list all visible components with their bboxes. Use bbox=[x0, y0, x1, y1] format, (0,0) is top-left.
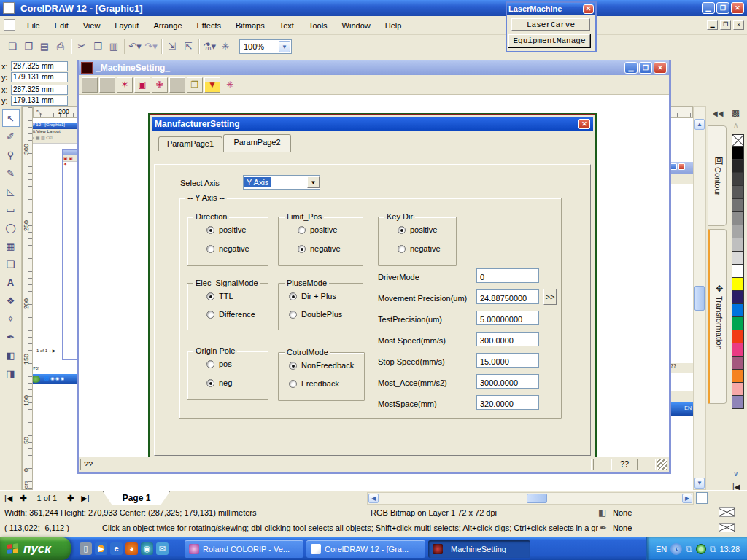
machine-tool-blank-3[interactable] bbox=[169, 77, 185, 93]
freehand-tool-icon[interactable]: ✎ bbox=[2, 164, 20, 182]
new-icon[interactable]: ❏ bbox=[4, 39, 20, 55]
testprecision-field[interactable] bbox=[476, 311, 539, 325]
quicklaunch-eye-icon[interactable]: ◉ bbox=[141, 542, 153, 555]
scroll-up-icon[interactable]: ▲ bbox=[694, 119, 705, 130]
menu-window[interactable]: Window bbox=[336, 19, 377, 32]
most-speed-field[interactable] bbox=[476, 332, 539, 346]
language-indicator[interactable]: EN bbox=[656, 545, 667, 553]
last-page-icon[interactable]: ▶| bbox=[81, 494, 89, 503]
palette-color[interactable] bbox=[732, 160, 744, 173]
docker-tab-contour[interactable]: 回 Contour bbox=[708, 125, 727, 226]
palette-color[interactable] bbox=[732, 186, 744, 199]
quicklaunch-mediaplayer-icon[interactable]: ▶ bbox=[95, 542, 107, 555]
network-icon[interactable]: ⧉ bbox=[686, 544, 692, 554]
task-roland[interactable]: Roland COLORIP - Ve... bbox=[185, 540, 303, 558]
radio-direction-negative[interactable]: negative bbox=[206, 244, 249, 253]
docker-tab-transformation[interactable]: ✥ Transformation bbox=[708, 229, 727, 404]
resize-grip[interactable] bbox=[657, 459, 667, 470]
palette-no-color[interactable] bbox=[732, 134, 744, 147]
add-page-after-icon[interactable]: ✚ bbox=[67, 494, 74, 503]
shape-tool-icon[interactable]: ✐ bbox=[2, 128, 20, 145]
network-icon-2[interactable]: ⧉ bbox=[710, 544, 716, 554]
scroll-right-icon[interactable]: ▶ bbox=[682, 494, 692, 503]
menu-view[interactable]: View bbox=[77, 19, 107, 32]
radio-doubleplus[interactable]: DoublePlus bbox=[289, 310, 342, 319]
palette-color[interactable] bbox=[732, 147, 744, 160]
palette-color[interactable] bbox=[732, 343, 744, 357]
close-button[interactable]: ✕ bbox=[731, 2, 744, 14]
select-axis-combobox[interactable]: Y Axis ▼ bbox=[243, 175, 320, 190]
vertical-scrollbar[interactable]: ▲ ▼ bbox=[693, 106, 706, 490]
radio-keydir-negative[interactable]: negative bbox=[398, 244, 441, 253]
most-acce-field[interactable] bbox=[476, 374, 539, 389]
copy-icon[interactable]: ❒ bbox=[90, 39, 106, 55]
quicklaunch-device-icon[interactable]: ▯ bbox=[80, 542, 92, 555]
interactive-blend-tool-icon[interactable]: ❖ bbox=[2, 292, 20, 309]
menu-layout[interactable]: Layout bbox=[108, 19, 145, 32]
horizontal-scrollbar[interactable]: ◀ ▶ bbox=[367, 492, 694, 505]
cut-icon[interactable]: ✂ bbox=[74, 39, 90, 55]
undo-icon[interactable]: ↶▾ bbox=[127, 39, 143, 55]
palette-color[interactable] bbox=[732, 330, 744, 343]
radio-neg[interactable]: neg bbox=[206, 378, 232, 387]
ellipse-tool-icon[interactable]: ◯ bbox=[2, 219, 20, 236]
palette-color[interactable] bbox=[732, 370, 744, 383]
menu-arrange[interactable]: Arrange bbox=[147, 19, 188, 32]
quicklaunch-ie-icon[interactable]: e bbox=[110, 542, 123, 555]
select-axis-dropdown-icon[interactable]: ▼ bbox=[307, 176, 320, 188]
radio-nonfreedback[interactable]: NonFreedback bbox=[289, 361, 354, 370]
palette-color[interactable] bbox=[732, 383, 744, 396]
radio-ttl[interactable]: TTL bbox=[206, 292, 233, 300]
horizontal-scroll-thumb[interactable] bbox=[527, 494, 547, 503]
redo-icon[interactable]: ↷▾ bbox=[143, 39, 159, 55]
tab-parampage2[interactable]: ParamPage2 bbox=[223, 134, 291, 152]
task-machinesetting[interactable]: _MachineSetting_ bbox=[428, 540, 530, 558]
radio-limitpos-negative[interactable]: negative bbox=[298, 244, 341, 253]
pick-tool-icon[interactable]: ↖ bbox=[2, 109, 20, 127]
palette-options-icon[interactable]: ▩ bbox=[732, 108, 740, 118]
eyedropper-tool-icon[interactable]: ✧ bbox=[2, 310, 20, 327]
menu-help[interactable]: Help bbox=[379, 19, 409, 32]
quicklaunch-firefox-icon[interactable]: ◕ bbox=[125, 542, 138, 555]
lasercarve-button[interactable]: LaserCarve bbox=[511, 18, 590, 31]
first-page-icon[interactable]: |◀ bbox=[4, 494, 12, 503]
scroll-left-icon[interactable]: ◀ bbox=[368, 494, 379, 503]
radio-limitpos-positive[interactable]: positive bbox=[298, 225, 337, 234]
antivirus-tray-icon[interactable] bbox=[696, 544, 706, 554]
tab-parampage1[interactable]: ParamPage1 bbox=[158, 136, 222, 151]
machine-tool-blank-1[interactable] bbox=[82, 77, 98, 93]
vertical-scroll-thumb[interactable] bbox=[694, 286, 705, 311]
palette-up-icon[interactable]: ∧ bbox=[733, 121, 738, 129]
rectangle-tool-icon[interactable]: ▭ bbox=[2, 201, 20, 218]
add-page-before-icon[interactable]: ✚ bbox=[20, 494, 26, 503]
palette-color[interactable] bbox=[732, 304, 744, 317]
task-coreldraw[interactable]: CorelDRAW 12 - [Gra... bbox=[306, 540, 425, 558]
radio-freedback[interactable]: Freedback bbox=[289, 379, 339, 388]
more-button[interactable]: >> bbox=[543, 289, 557, 305]
machine-tool-blank-2[interactable] bbox=[99, 77, 115, 93]
dialog-close-icon[interactable]: ✕ bbox=[578, 119, 590, 129]
zoom-level-combobox[interactable]: 100% ▼ bbox=[239, 39, 292, 54]
machine-open-icon[interactable]: ❐ bbox=[187, 77, 203, 93]
machine-monitor-icon[interactable]: ▣ bbox=[134, 77, 150, 93]
machine-minimize-button[interactable]: ▁ bbox=[624, 62, 638, 74]
machine-spool-icon[interactable]: ✶ bbox=[117, 77, 133, 93]
palette-color[interactable] bbox=[732, 265, 744, 278]
drivermode-field[interactable] bbox=[476, 268, 539, 283]
text-tool-icon[interactable]: A bbox=[2, 273, 20, 291]
save-icon[interactable]: ▤ bbox=[36, 39, 53, 55]
palette-color[interactable] bbox=[732, 317, 744, 330]
mdi-restore-button[interactable]: ❐ bbox=[720, 20, 731, 30]
outline-tool-icon[interactable]: ✒ bbox=[2, 328, 20, 346]
minimize-button[interactable]: ▁ bbox=[702, 2, 715, 14]
stop-speed-field[interactable] bbox=[476, 353, 539, 368]
import-icon[interactable]: ⇲ bbox=[164, 39, 180, 55]
interactive-fill-tool-icon[interactable]: ◨ bbox=[2, 365, 20, 382]
palette-color[interactable] bbox=[732, 225, 744, 238]
start-button[interactable]: пуск bbox=[0, 537, 71, 560]
basic-shapes-tool-icon[interactable]: ❑ bbox=[2, 255, 20, 273]
machine-maximize-button[interactable]: ❐ bbox=[639, 62, 652, 74]
quicklaunch-mail-icon[interactable]: ✉ bbox=[156, 542, 169, 555]
export-icon[interactable]: ⇱ bbox=[180, 39, 196, 55]
palette-color[interactable] bbox=[732, 238, 744, 252]
